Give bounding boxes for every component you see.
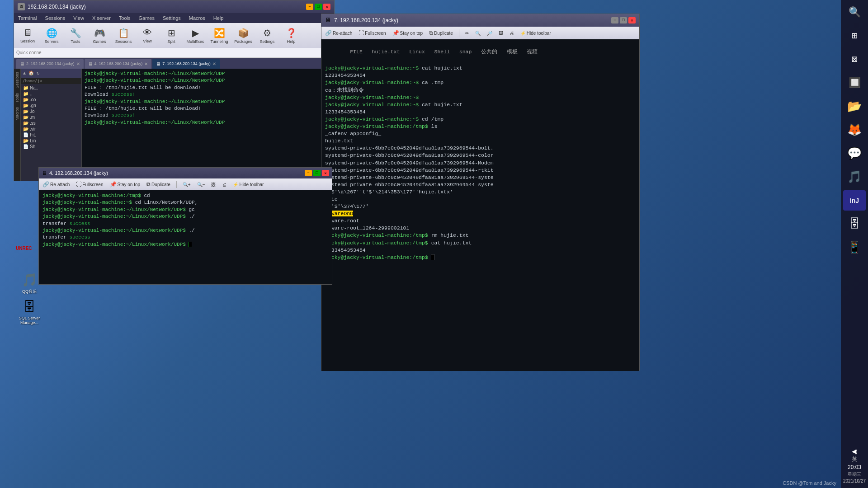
rs-db-icon[interactable]: 🗄 (843, 214, 866, 234)
menu-view[interactable]: View (71, 15, 86, 21)
rs-firefox-icon[interactable]: 🦊 (843, 120, 866, 140)
file-item-vir[interactable]: 📂 .vir (22, 126, 80, 132)
file-item-gn[interactable]: 📂 .gn (22, 103, 80, 108)
tab-4[interactable]: 🖥 4. 192.168.200.134 (jacky) ✕ (85, 59, 152, 69)
window7-hide-toolbar[interactable]: ⚡ Hide toolbar (519, 30, 553, 37)
tool-servers[interactable]: 🌐 Servers (40, 25, 63, 47)
window4-minimize[interactable]: − (305, 170, 312, 176)
tool-settings[interactable]: ⚙ Settings (256, 25, 278, 47)
rs-grid-icon[interactable]: ⊞ (843, 26, 866, 46)
file-item-lo[interactable]: 📂 .lo (22, 108, 80, 114)
rs-intellij-icon[interactable]: InJ (843, 190, 866, 211)
window7-fullscreen[interactable]: ⛶ Fullscreen (357, 29, 387, 37)
rs-chat-icon[interactable]: 💬 (843, 143, 866, 164)
window4-duplicate[interactable]: ⧉ Duplicate (145, 180, 172, 188)
window4-reattach[interactable]: 🔗 Re-attach (41, 180, 71, 188)
tool-view[interactable]: 👁 View (136, 25, 159, 47)
window4-controls: − □ ✕ (305, 170, 329, 176)
window4-stay-on-top[interactable]: 📌 Stay on top (108, 180, 142, 188)
file-item-m[interactable]: 📂 .m (22, 114, 80, 120)
file-item-nav[interactable]: 📁 Na.. (22, 85, 80, 91)
window4-close[interactable]: ✕ (322, 170, 329, 176)
window7-duplicate[interactable]: ⧉ Duplicate (427, 29, 455, 37)
window7-print[interactable]: 🖨 (508, 30, 516, 37)
menu-xserver[interactable]: X server (90, 15, 113, 21)
window4-print[interactable]: 🖼 (209, 181, 217, 188)
file-item-lin[interactable]: 📂 Lin (22, 138, 80, 144)
tool-tunneling[interactable]: 🔀 Tunneling (208, 25, 231, 47)
tool-session[interactable]: 🖥 Session (16, 25, 39, 47)
tab-7-close[interactable]: ✕ (212, 61, 216, 66)
fullscreen-label: Fullscreen (82, 182, 103, 187)
games-icon: 🎮 (94, 28, 105, 38)
menu-tools[interactable]: Tools (117, 15, 132, 21)
window7-zoom-in[interactable]: 🔍 (473, 30, 482, 37)
nav-up[interactable]: ▲ (22, 71, 27, 76)
menu-sessions[interactable]: Sessions (43, 15, 67, 21)
w7-l26: 1233454353454 (325, 247, 636, 254)
w7-l17: systemd-private-6bb7c0c0452049dfaa81aa73… (325, 181, 636, 188)
tool-multiexec[interactable]: ▶ MultiExec (184, 25, 207, 47)
rs-app2-icon[interactable]: 📱 (843, 237, 866, 258)
tool-help[interactable]: ❓ Help (280, 25, 302, 47)
window7-terminal-content[interactable]: FILE hujie.txt Linux Shell snap 公共的 模板 视… (321, 39, 639, 371)
menu-settings[interactable]: Settings (161, 15, 183, 21)
main-terminal[interactable]: jacky@jacky-virtual-machine:~/Linux/Netw… (82, 69, 334, 181)
minimize-button[interactable]: − (306, 4, 313, 10)
tool-games[interactable]: 🎮 Games (88, 25, 111, 47)
window7-minimize[interactable]: − (611, 17, 618, 23)
left-tab-macros[interactable]: Macros (14, 105, 20, 122)
desktop-icon-sql[interactable]: 🗄 SQL Server Manage... (16, 298, 43, 326)
window7-edit[interactable]: ✏ (463, 30, 471, 37)
window7-zoom-out[interactable]: 🔎 (485, 30, 494, 37)
window4-hide-toolbar[interactable]: ⚡ Hide toolbar (231, 181, 265, 188)
tool-sessions[interactable]: 📋 Sessions (112, 25, 135, 47)
window7-restore[interactable]: □ (620, 17, 627, 23)
file-item-sh[interactable]: 📄 Sh (22, 144, 80, 150)
menu-bar: Terminal Sessions View X server Tools Ga… (14, 13, 334, 23)
rs-window-icon[interactable]: 🔲 (843, 73, 866, 93)
window4-fullscreen[interactable]: ⛶ Fullscreen (74, 180, 105, 188)
w7-l1: jacky@jacky-virtual-machine:~$ cat hujie… (325, 65, 636, 72)
sidebar: ▲ 🏠 ↻ /home/ja 📁 Na.. 📁 .. 📂 (21, 69, 82, 181)
menu-macros[interactable]: Macros (187, 15, 207, 21)
window4-maximize[interactable]: □ (313, 170, 321, 176)
tool-split[interactable]: ⊞ Split (160, 25, 183, 47)
tool-tools[interactable]: 🔧 Tools (64, 25, 87, 47)
nav-refresh[interactable]: ↻ (36, 70, 40, 76)
menu-games[interactable]: Games (137, 15, 156, 21)
window7-stay-on-top[interactable]: 📌 Stay on top (391, 29, 425, 37)
file-item-fil[interactable]: 📄 FiL (22, 132, 80, 138)
servers-icon: 🌐 (46, 28, 57, 38)
rs-music-icon[interactable]: 🎵 (843, 167, 866, 187)
maximize-button[interactable]: □ (315, 4, 322, 10)
window4-terminal[interactable]: jacky@jacky-virtual-machine:/tmp$ cd jac… (39, 190, 332, 250)
close-button[interactable]: ✕ (323, 4, 330, 10)
nav-home[interactable]: 🏠 (28, 70, 35, 76)
window4-screenshot[interactable]: 🖨 (220, 181, 228, 188)
left-tab-sessions[interactable]: Sessions (14, 70, 20, 90)
term-line-6: FILE : /tmp/hujie.txt will be download! (85, 105, 331, 112)
window4-zoom-in[interactable]: 🔍+ (181, 181, 193, 188)
tab-4-close[interactable]: ✕ (144, 61, 148, 66)
file-item-co[interactable]: 📂 .co (22, 97, 80, 103)
tab-2[interactable]: 🖥 2. 192.168.200.134 (jacky) ✕ (16, 59, 84, 69)
left-tab-tools[interactable]: Tools (14, 91, 20, 104)
window4-zoom-out[interactable]: 🔍− (195, 181, 207, 188)
window7-image[interactable]: 🖼 (497, 30, 505, 37)
rs-task-icon[interactable]: ⊠ (843, 49, 866, 70)
file-item-up[interactable]: 📁 .. (22, 91, 80, 97)
file-item-ss[interactable]: 📂 .ss (22, 120, 80, 126)
input-method[interactable]: 英 (852, 455, 857, 463)
tab-2-close[interactable]: ✕ (76, 61, 80, 66)
tab-7[interactable]: 🖥 7. 192.168.200.134 (jacky) ✕ (152, 59, 220, 69)
rs-folder-icon[interactable]: 📂 (843, 96, 866, 117)
window4-toolbar: 🔗 Re-attach ⛶ Fullscreen 📌 Stay on top ⧉… (39, 178, 332, 190)
window7-close[interactable]: ✕ (628, 17, 636, 23)
menu-help[interactable]: Help (212, 15, 226, 21)
window7-reattach[interactable]: 🔗 Re-attach (323, 29, 354, 37)
menu-terminal[interactable]: Terminal (16, 15, 39, 21)
volume-icon[interactable]: ◀) (852, 448, 858, 455)
tool-packages[interactable]: 📦 Packages (232, 25, 255, 47)
rs-search-icon[interactable]: 🔍 (843, 2, 866, 23)
